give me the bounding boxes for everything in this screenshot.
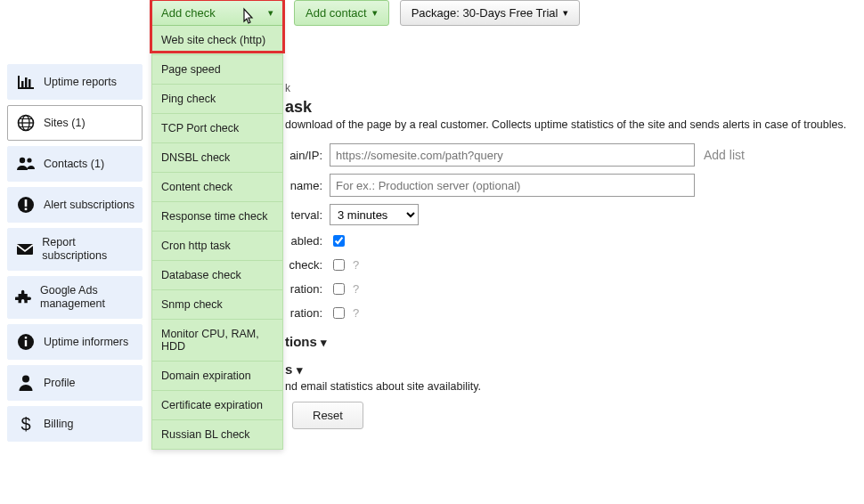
svg-rect-3 bbox=[25, 77, 28, 87]
page-title: ask bbox=[285, 98, 855, 117]
check-checkbox[interactable] bbox=[333, 259, 345, 271]
sidebar-item-billing[interactable]: $ Billing bbox=[7, 406, 143, 442]
button-label: Add contact bbox=[306, 6, 367, 20]
add-contact-button[interactable]: Add contact ▾ bbox=[294, 0, 389, 26]
sidebar-item-label: Uptime informers bbox=[44, 336, 128, 349]
dropdown-item-dnsbl[interactable]: DNSBL check bbox=[151, 143, 283, 173]
sidebar-item-uptime-informers[interactable]: Uptime informers bbox=[7, 324, 143, 360]
help-icon[interactable]: ? bbox=[353, 306, 359, 320]
sidebar-item-label: Billing bbox=[44, 418, 73, 431]
chevron-down-icon: ▾ bbox=[372, 7, 378, 19]
svg-point-11 bbox=[27, 158, 31, 162]
name-input[interactable] bbox=[330, 174, 695, 197]
sidebar-item-label: Report subscriptions bbox=[42, 236, 136, 263]
enabled-label: abled: bbox=[285, 234, 330, 248]
dropdown-item-website-check[interactable]: Web site check (http) bbox=[151, 26, 283, 55]
svg-rect-18 bbox=[25, 337, 27, 338]
enabled-checkbox[interactable] bbox=[333, 235, 345, 247]
package-button[interactable]: Package: 30-Days Free Trial ▾ bbox=[400, 0, 581, 26]
button-label: Package: 30-Days Free Trial bbox=[412, 6, 558, 20]
contacts-section-desc: nd email statistics about site availabil… bbox=[285, 380, 855, 393]
interval-label: terval: bbox=[285, 208, 330, 222]
dropdown-item-russian-bl[interactable]: Russian BL check bbox=[151, 420, 283, 450]
main-content: Add contact ▾ Package: 30-Days Free Tria… bbox=[143, 0, 864, 504]
alert-icon bbox=[15, 196, 37, 214]
sidebar-item-label: Profile bbox=[44, 377, 75, 390]
form-area: k ask download of the page by a real cus… bbox=[285, 20, 855, 429]
svg-rect-14 bbox=[25, 208, 28, 211]
svg-rect-0 bbox=[18, 87, 34, 89]
chevron-down-icon: ▾ bbox=[321, 336, 327, 349]
sidebar-item-uptime-reports[interactable]: Uptime reports bbox=[7, 64, 143, 100]
envelope-icon bbox=[15, 242, 35, 256]
sidebar-item-label: Google Ads management bbox=[40, 284, 136, 311]
breadcrumb: k bbox=[285, 82, 855, 94]
sidebar-item-contacts[interactable]: Contacts (1) bbox=[7, 146, 143, 182]
sidebar-item-label: Sites (1) bbox=[44, 117, 86, 130]
dropdown-item-page-speed[interactable]: Page speed bbox=[151, 55, 283, 85]
dropdown-item-snmp[interactable]: Snmp check bbox=[151, 290, 283, 320]
svg-rect-2 bbox=[21, 81, 24, 87]
dropdown-item-cron-http[interactable]: Cron http task bbox=[151, 232, 283, 261]
add-check-dropdown: Add check ▾ Web site check (http) Page s… bbox=[151, 0, 283, 450]
dropdown-item-response-time[interactable]: Response time check bbox=[151, 202, 283, 232]
users-icon bbox=[15, 156, 37, 172]
svg-rect-17 bbox=[25, 340, 27, 346]
sidebar-item-label: Alert subscriptions bbox=[44, 199, 134, 212]
sidebar-item-label: Uptime reports bbox=[44, 76, 117, 89]
sidebar-item-alert-subscriptions[interactable]: Alert subscriptions bbox=[7, 187, 143, 223]
ration1-checkbox[interactable] bbox=[333, 283, 345, 295]
sidebar-item-profile[interactable]: Profile bbox=[7, 365, 143, 401]
help-icon[interactable]: ? bbox=[353, 282, 359, 296]
check-label: check: bbox=[285, 258, 330, 272]
reset-button[interactable]: Reset bbox=[292, 402, 363, 429]
svg-point-19 bbox=[22, 376, 29, 383]
ration2-checkbox[interactable] bbox=[333, 307, 345, 319]
options-section-header[interactable]: tions ▾ bbox=[285, 334, 855, 349]
page-help: download of the page by a real customer.… bbox=[285, 118, 855, 131]
dropdown-item-cpu-ram-hdd[interactable]: Monitor CPU, RAM, HDD bbox=[151, 320, 283, 362]
dollar-icon: $ bbox=[15, 414, 37, 434]
chevron-down-icon: ▾ bbox=[563, 7, 568, 19]
dropdown-item-database[interactable]: Database check bbox=[151, 261, 283, 290]
button-label: Add check bbox=[161, 6, 216, 20]
sidebar: Uptime reports Sites (1) Contacts (1) Al… bbox=[0, 0, 143, 504]
svg-rect-1 bbox=[18, 76, 20, 88]
svg-rect-4 bbox=[29, 79, 31, 87]
add-check-button[interactable]: Add check ▾ bbox=[151, 0, 283, 26]
chevron-down-icon: ▾ bbox=[268, 7, 273, 19]
sidebar-item-sites[interactable]: Sites (1) bbox=[7, 105, 143, 141]
svg-rect-15 bbox=[17, 244, 33, 255]
globe-icon bbox=[15, 114, 37, 132]
contacts-section-header[interactable]: s ▾ bbox=[285, 362, 855, 377]
sidebar-item-report-subscriptions[interactable]: Report subscriptions bbox=[7, 228, 143, 271]
dropdown-item-tcp-port[interactable]: TCP Port check bbox=[151, 114, 283, 143]
dropdown-item-cert-expiration[interactable]: Certificate expiration bbox=[151, 391, 283, 420]
puzzle-icon bbox=[15, 289, 33, 306]
dropdown-item-content[interactable]: Content check bbox=[151, 173, 283, 202]
svg-rect-13 bbox=[25, 199, 28, 207]
ration1-label: ration: bbox=[285, 282, 330, 296]
info-icon bbox=[15, 333, 37, 351]
help-icon[interactable]: ? bbox=[353, 258, 359, 272]
svg-text:$: $ bbox=[20, 414, 30, 434]
sidebar-item-google-ads[interactable]: Google Ads management bbox=[7, 276, 143, 319]
sidebar-item-label: Contacts (1) bbox=[44, 158, 104, 171]
user-icon bbox=[15, 374, 37, 392]
dropdown-item-ping-check[interactable]: Ping check bbox=[151, 85, 283, 114]
url-label: ain/IP: bbox=[285, 149, 330, 162]
svg-point-10 bbox=[20, 158, 25, 163]
bar-chart-icon bbox=[15, 74, 37, 90]
name-label: name: bbox=[285, 179, 330, 192]
dropdown-item-domain-expiration[interactable]: Domain expiration bbox=[151, 362, 283, 391]
ration2-label: ration: bbox=[285, 306, 330, 320]
interval-select[interactable]: 3 minutes bbox=[330, 204, 419, 225]
url-input[interactable] bbox=[330, 143, 695, 167]
add-list-link[interactable]: Add list bbox=[704, 148, 745, 162]
chevron-down-icon: ▾ bbox=[297, 363, 303, 377]
